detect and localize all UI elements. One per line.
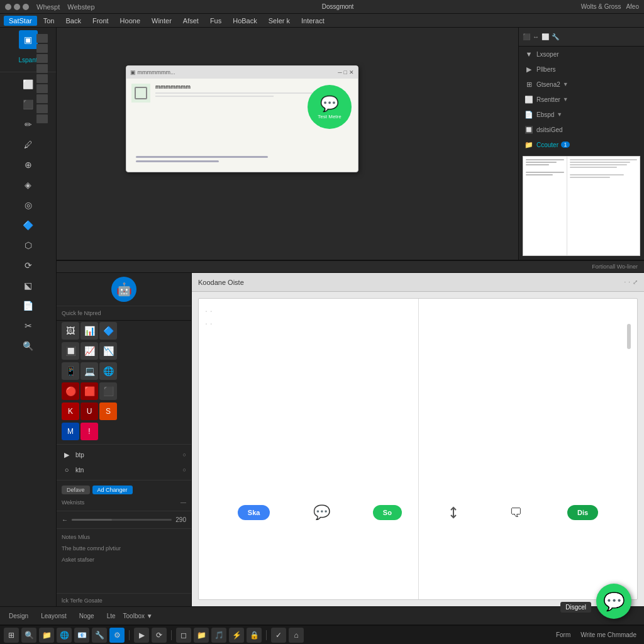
taskbar-extra-1[interactable]: ▶ xyxy=(134,628,149,643)
menu-item-hoback[interactable]: HoBack xyxy=(228,16,262,26)
bdb-toolbox[interactable]: Toolbox ▼ xyxy=(123,613,153,619)
rp-item-lxsoper[interactable]: ▼ Lxsoper xyxy=(519,47,644,62)
rp-toolbar-icon2[interactable]: ↔ xyxy=(533,33,539,40)
mini-tool-3[interactable] xyxy=(36,54,48,63)
wa-close[interactable]: ✕ xyxy=(349,69,354,75)
icon-cell-1[interactable]: 🖼 xyxy=(62,322,79,340)
tool-8[interactable]: 🔷 xyxy=(19,216,38,235)
tool-9[interactable]: ⬡ xyxy=(19,236,38,255)
canvas-expand-icon[interactable]: ⤢ xyxy=(633,279,638,286)
menu-item-hoone[interactable]: Hoone xyxy=(115,16,145,26)
menu-item-ton[interactable]: Ton xyxy=(38,16,60,26)
taskbar-search-btn[interactable]: 🔍 xyxy=(21,628,36,643)
canvas-scroll-1[interactable]: · xyxy=(624,279,626,286)
canvas-btn-updown[interactable] xyxy=(442,501,465,524)
rp-toolbar-icon1[interactable]: ⬛ xyxy=(523,33,530,40)
menu-item-fus[interactable]: Fus xyxy=(205,16,226,26)
tool-14[interactable]: 🔍 xyxy=(19,336,38,355)
top-right-item1[interactable]: Wolts & Gross xyxy=(581,3,621,10)
canvas-scroll-indicator[interactable] xyxy=(627,324,631,349)
icon-cell-17[interactable]: ! xyxy=(80,423,98,440)
menu-item-satstar[interactable]: SatStar xyxy=(4,16,37,26)
dp-item-btp[interactable]: ▶ btp ○ xyxy=(57,447,191,462)
rp-item-ebspd[interactable]: 📄 Ebspd ▼ xyxy=(519,107,644,122)
taskbar-windows-btn[interactable]: ⊞ xyxy=(4,628,19,643)
icon-cell-10[interactable]: 🔴 xyxy=(62,382,79,400)
icon-cell-12[interactable]: ⬛ xyxy=(99,382,117,400)
dp-item-ktn[interactable]: ○ ktn ○ xyxy=(57,462,191,477)
menu-item-selerk[interactable]: Seler k xyxy=(264,16,295,26)
icon-cell-11[interactable]: 🟥 xyxy=(80,382,98,400)
tool-11[interactable]: ⬕ xyxy=(19,276,38,295)
canvas-btn-ska[interactable]: Ska xyxy=(238,505,270,520)
icon-cell-14[interactable]: U xyxy=(80,402,98,420)
taskbar-browser-btn[interactable]: 🌐 xyxy=(57,628,72,643)
icon-cell-9[interactable]: 🌐 xyxy=(99,362,117,380)
rp-item-pllbers[interactable]: ▶ Pllbers xyxy=(519,62,644,77)
taskbar-extra-7[interactable]: 🔒 xyxy=(247,628,262,643)
icon-cell-16[interactable]: M xyxy=(62,423,79,440)
bdb-design[interactable]: Design xyxy=(4,611,33,621)
rp-dropdown-arrow[interactable]: ▼ xyxy=(563,81,569,87)
tool-6[interactable]: ◈ xyxy=(19,175,38,194)
taskbar-extra-5[interactable]: 🎵 xyxy=(211,628,226,643)
bdb-leayonst[interactable]: Leayonst xyxy=(36,611,72,621)
taskbar-extra-2[interactable]: ⟳ xyxy=(152,628,167,643)
menu-item-afset[interactable]: Afset xyxy=(178,16,204,26)
taskbar-files-btn[interactable]: 📁 xyxy=(39,628,54,643)
icon-cell-4[interactable]: 🔲 xyxy=(62,342,79,360)
taskbar-extra-3[interactable]: ◻ xyxy=(176,628,191,643)
dp-slider[interactable] xyxy=(72,519,172,521)
menu-item-winter[interactable]: Winter xyxy=(147,16,177,26)
tool-5[interactable]: ⊕ xyxy=(19,155,38,174)
mini-tool-7[interactable] xyxy=(36,94,48,103)
mini-tool-5[interactable] xyxy=(36,74,48,83)
canvas-btn-dis[interactable]: Dis xyxy=(567,505,598,520)
taskbar-extra-6[interactable]: ⚡ xyxy=(229,628,244,643)
wa-floating-button[interactable]: 💬 xyxy=(596,584,631,619)
dp-adchanger-button[interactable]: Ad Changer xyxy=(92,486,133,494)
taskbar-tools-btn[interactable]: 🔧 xyxy=(92,628,107,643)
top-right-item2[interactable]: Afeo xyxy=(626,3,639,10)
canvas-scroll-2[interactable]: · xyxy=(628,279,630,286)
icon-cell-15[interactable]: S xyxy=(99,402,117,420)
rp-item-dsitsiged[interactable]: 🔲 dsitsiGed xyxy=(519,122,644,137)
maximize-button[interactable] xyxy=(14,4,20,10)
icon-cell-8[interactable]: 💻 xyxy=(80,362,98,380)
taskbar-extra-8[interactable]: ✓ xyxy=(271,628,286,643)
minimize-button[interactable] xyxy=(5,4,11,10)
mini-tool-8[interactable] xyxy=(36,104,48,113)
menu-item-front[interactable]: Front xyxy=(87,16,114,26)
menu-item-interact[interactable]: Interact xyxy=(296,16,330,26)
mini-tool-1[interactable] xyxy=(36,34,48,43)
canvas-btn-chat[interactable]: 💬 xyxy=(310,501,333,524)
dp-defave-button[interactable]: Defave xyxy=(62,486,90,494)
icon-cell-13[interactable]: K xyxy=(62,402,79,420)
wa-green-button[interactable]: 💬 Test Metre xyxy=(308,85,352,129)
wa-minimize[interactable]: ─ xyxy=(338,69,341,75)
wa-maximize[interactable]: □ xyxy=(344,69,347,75)
tool-10[interactable]: ⟳ xyxy=(19,256,38,275)
bdb-noge[interactable]: Noge xyxy=(74,611,99,621)
menu-item-back[interactable]: Back xyxy=(60,16,86,26)
canvas-btn-so[interactable]: So xyxy=(373,505,402,520)
rp-toolbar-icon4[interactable]: 🔧 xyxy=(552,33,559,40)
icon-cell-2[interactable]: 📊 xyxy=(80,322,98,340)
mini-tool-6[interactable] xyxy=(36,84,48,93)
icon-cell-6[interactable]: 📉 xyxy=(99,342,117,360)
close-button[interactable] xyxy=(23,4,29,10)
taskbar-settings-btn[interactable]: ⚙ xyxy=(109,628,125,643)
tool-12[interactable]: 📄 xyxy=(19,296,38,315)
icon-cell-3[interactable]: 🔷 xyxy=(99,322,117,340)
canvas-area[interactable]: ▣ mmmmmmm... ─ □ ✕ mmmmmmm xyxy=(57,28,518,260)
mini-tool-2[interactable] xyxy=(36,44,48,53)
rp-e-arrow[interactable]: ▼ xyxy=(557,111,562,118)
app-tab-2[interactable]: Webstep xyxy=(67,3,94,11)
icon-cell-5[interactable]: 📈 xyxy=(80,342,98,360)
mini-tool-4[interactable] xyxy=(36,64,48,73)
canvas-btn-speech[interactable]: 🗨 xyxy=(504,501,527,524)
tool-4[interactable]: 🖊 xyxy=(19,135,38,154)
taskbar-extra-4[interactable]: 📁 xyxy=(194,628,209,643)
rp-item-ccouter[interactable]: 📁 Ccouter 1 xyxy=(519,137,644,152)
rp-item-rsentter[interactable]: ⬜ Rsentter ▼ xyxy=(519,92,644,107)
